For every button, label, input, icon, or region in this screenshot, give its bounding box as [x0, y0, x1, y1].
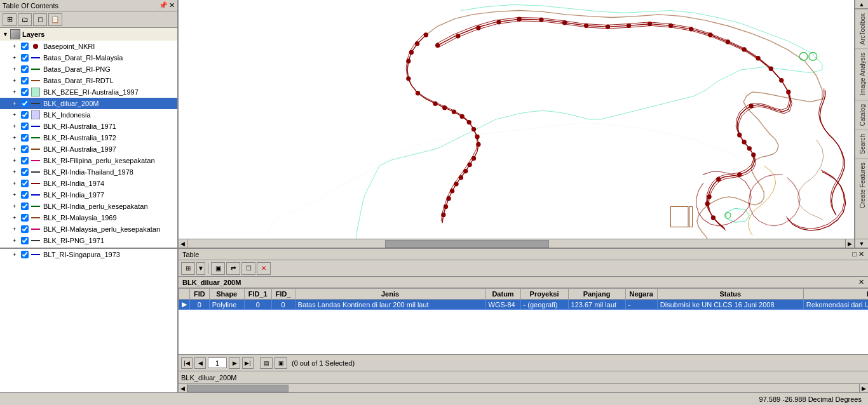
toc-expand-btn[interactable]: + — [13, 146, 20, 152]
table-subtitle-close[interactable]: ✕ — [858, 278, 864, 286]
col-header-shape[interactable]: Shape — [209, 289, 244, 300]
col-header-proyeksi[interactable]: Proyeksi — [520, 289, 568, 300]
toc-expand-btn[interactable]: + — [13, 123, 20, 129]
tab-search[interactable]: Search — [855, 129, 868, 158]
toc-expand-btn[interactable]: + — [13, 237, 20, 244]
nav-view-table[interactable]: ▤ — [260, 357, 273, 369]
nav-next[interactable]: ▶ — [229, 357, 240, 369]
toc-tool-btn-0[interactable]: ⊞ — [3, 13, 17, 26]
toc-expand-btn[interactable]: + — [13, 203, 20, 209]
toc-item[interactable]: +BLK_BZEE_RI-Australia_1997 — [0, 86, 177, 98]
right-sidebar-vscroll-down[interactable]: ▼ — [855, 239, 868, 248]
table-content[interactable]: FID Shape FID_1 FID_ Jenis Datum Proyeks… — [179, 288, 868, 354]
toc-group-header[interactable]: ▼ Layers — [0, 28, 177, 41]
toc-expand-btn[interactable]: + — [13, 43, 20, 50]
toc-layer-checkbox[interactable] — [21, 100, 29, 107]
nav-first[interactable]: |◀ — [181, 357, 193, 369]
toc-layer-checkbox[interactable] — [21, 180, 29, 187]
tab-image-analysis[interactable]: Image Analysis — [855, 48, 868, 99]
table-tool-options[interactable]: ⊞ — [181, 262, 195, 275]
toc-expand-btn[interactable]: + — [13, 112, 20, 118]
toc-tool-btn-2[interactable]: ◻ — [33, 13, 47, 26]
toc-layer-checkbox[interactable] — [21, 43, 29, 50]
bottom-toc-item[interactable]: +BLT_RI-Singapura_1973 — [0, 249, 177, 260]
table-tool-delete[interactable]: ✕ — [257, 262, 271, 275]
table-tool-dropdown[interactable]: ▼ — [196, 262, 205, 275]
tab-catalog[interactable]: Catalog — [855, 100, 868, 129]
toc-item[interactable]: +Batas_Darat_RI-PNG — [0, 63, 177, 75]
tbs-right-btn[interactable]: ▶ — [859, 384, 868, 393]
toc-item[interactable]: +BLK_Indonesia — [0, 109, 177, 121]
toc-expand-btn[interactable]: + — [13, 251, 20, 258]
toc-item[interactable]: +Basepoint_NKRI — [0, 41, 177, 52]
toc-item[interactable]: +BLK_RI-Australia_1997 — [0, 143, 177, 155]
toc-expand-btn[interactable]: + — [13, 157, 20, 164]
toc-item[interactable]: +BLK_RI-India_perlu_kesepakatan — [0, 201, 177, 212]
nav-page-input[interactable] — [208, 357, 227, 368]
col-header-panjang[interactable]: Panjang — [568, 289, 625, 300]
right-sidebar-vscroll-up[interactable]: ▲ — [855, 0, 868, 9]
hscroll-thumb[interactable] — [385, 240, 550, 248]
toc-layer-checkbox[interactable] — [21, 65, 29, 73]
table-tool-clear-selection[interactable]: ☐ — [241, 262, 255, 275]
toc-expand-btn[interactable]: + — [13, 180, 20, 187]
toc-expand-btn[interactable]: + — [13, 215, 20, 221]
nav-view-selected[interactable]: ▣ — [275, 357, 287, 369]
table-tool-switch-selection[interactable]: ⇄ — [226, 262, 240, 275]
toc-layer-checkbox[interactable] — [21, 214, 29, 222]
col-header-negara[interactable]: Negara — [625, 289, 657, 300]
toc-layer-checkbox[interactable] — [21, 191, 29, 199]
table-close-btn[interactable]: ✕ — [858, 250, 864, 258]
toc-tool-btn-1[interactable]: 🗂 — [18, 13, 32, 26]
hscroll-track[interactable] — [187, 239, 845, 248]
toc-layer-checkbox[interactable] — [21, 168, 29, 176]
toc-item[interactable]: +BLK_RI-Malaysia_1969 — [0, 212, 177, 223]
nav-prev[interactable]: ◀ — [194, 357, 206, 369]
tbs-left-btn[interactable]: ◀ — [179, 384, 187, 393]
toc-layer-checkbox[interactable] — [21, 202, 29, 210]
col-header-fid1[interactable]: FID_1 — [244, 289, 271, 300]
toc-expand-btn[interactable]: + — [13, 169, 20, 175]
toc-expand-btn[interactable]: + — [13, 89, 20, 95]
toc-expand-btn[interactable]: + — [13, 226, 20, 232]
table-row[interactable]: ▶ 0 Polyline 0 0 Batas Landas Kontinen d… — [179, 300, 869, 310]
toc-layer-checkbox[interactable] — [21, 237, 29, 244]
toc-layer-checkbox[interactable] — [21, 251, 29, 258]
toc-expand-btn[interactable]: + — [13, 77, 20, 84]
toc-layer-checkbox[interactable] — [21, 225, 29, 233]
toc-pin-btn[interactable]: 📌 — [159, 1, 168, 10]
toc-layer-checkbox[interactable] — [21, 111, 29, 119]
tab-create-features[interactable]: Create Features — [855, 158, 868, 212]
toc-item[interactable]: +BLK_diluar_200M — [0, 98, 177, 109]
table-bottom-scrollbar[interactable]: ◀ ▶ — [179, 383, 868, 392]
toc-expand-btn[interactable]: + — [13, 100, 20, 107]
tbs-track[interactable] — [187, 384, 859, 393]
toc-close-btn[interactable]: ✕ — [169, 1, 175, 10]
toc-item[interactable]: +BLK_RI-Australia_1971 — [0, 121, 177, 132]
toc-layer-checkbox[interactable] — [21, 134, 29, 142]
toc-expand-btn[interactable]: + — [13, 192, 20, 198]
toc-expand-btn[interactable]: + — [13, 66, 20, 72]
toc-expand-btn[interactable]: + — [13, 55, 20, 61]
toc-item[interactable]: +BLK_RI-Australia_1972 — [0, 132, 177, 143]
nav-last[interactable]: ▶| — [242, 357, 254, 369]
toc-item[interactable]: +Batas_Darat_RI-RDTL — [0, 75, 177, 86]
toc-layer-checkbox[interactable] — [21, 145, 29, 153]
tab-arctoolbox[interactable]: ArcToolbox — [855, 9, 868, 48]
toc-item[interactable]: +BLK_RI-Filipina_perlu_kesepakatan — [0, 155, 177, 166]
toc-layer-checkbox[interactable] — [21, 77, 29, 84]
toc-layer-checkbox[interactable] — [21, 88, 29, 96]
toc-item[interactable]: +Batas_Darat_RI-Malaysia — [0, 52, 177, 63]
col-header-keterangan[interactable]: Keterangan — [803, 289, 868, 300]
map-view[interactable] — [179, 0, 854, 239]
toc-item[interactable]: +BLK_RI-Malaysia_perlu_kesepakatan — [0, 223, 177, 235]
col-header-jenis[interactable]: Jenis — [295, 289, 485, 300]
toc-layer-checkbox[interactable] — [21, 157, 29, 164]
col-header-fid_[interactable]: FID_ — [271, 289, 295, 300]
hscroll-left-btn[interactable]: ◀ — [179, 239, 187, 248]
col-header-status[interactable]: Status — [657, 289, 803, 300]
map-hscrollbar[interactable]: ◀ ▶ — [179, 239, 854, 248]
toc-item[interactable]: +BLK_RI-India_1977 — [0, 189, 177, 201]
col-header-fid[interactable]: FID — [190, 289, 210, 300]
table-maximize-btn[interactable]: □ — [852, 250, 857, 258]
